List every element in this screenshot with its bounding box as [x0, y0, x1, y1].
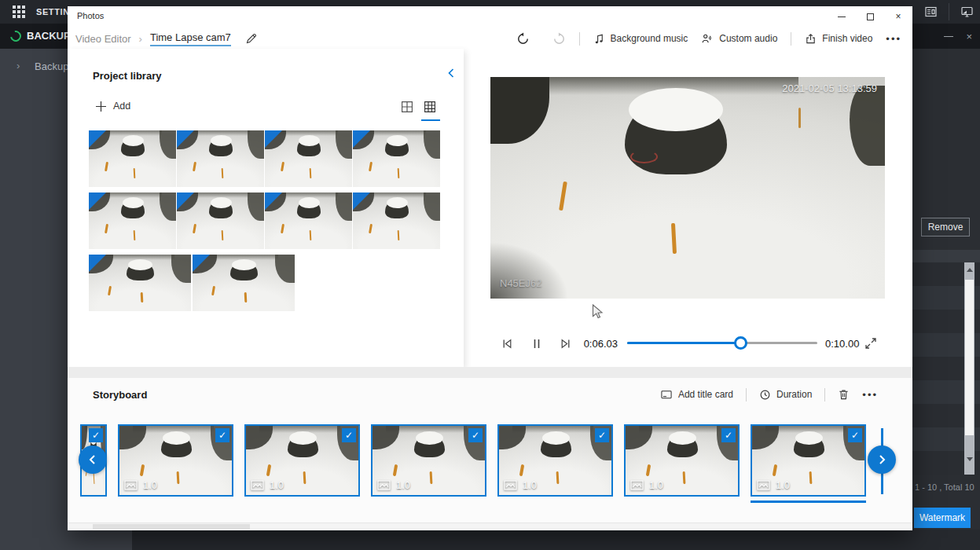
- watermark-button[interactable]: Watermark: [914, 508, 971, 528]
- collapse-panel-button[interactable]: [446, 68, 456, 79]
- add-icon: [96, 101, 106, 112]
- pole: [798, 108, 802, 127]
- breadcrumb-parent[interactable]: Video Editor: [75, 33, 131, 45]
- library-thumbnail[interactable]: [89, 130, 176, 187]
- selected-check-icon[interactable]: [215, 428, 229, 442]
- more-options-button[interactable]: •••: [886, 33, 901, 45]
- clip-duration-label: 1.0: [143, 479, 157, 491]
- added-fold-icon: [353, 130, 370, 148]
- added-fold-icon: [177, 192, 194, 210]
- expand-icon[interactable]: [864, 337, 877, 350]
- bush-shadow: [850, 86, 885, 166]
- seek-bar[interactable]: [627, 342, 817, 344]
- chevron-right-icon: [876, 454, 887, 465]
- storyboard-clip[interactable]: 1.0: [751, 424, 866, 497]
- selected-check-icon[interactable]: [342, 428, 356, 442]
- storyboard-clip[interactable]: 1.0: [371, 424, 486, 497]
- apps-grid-icon[interactable]: [13, 6, 25, 18]
- add-title-card-label: Add title card: [678, 389, 733, 400]
- added-fold-icon: [353, 192, 370, 210]
- clip-duration-badge: 1.0: [504, 479, 537, 491]
- display-icon[interactable]: [960, 6, 974, 18]
- library-thumbnail[interactable]: [177, 130, 264, 187]
- panel-close-icon[interactable]: ×: [966, 31, 972, 42]
- selected-check-icon[interactable]: [468, 428, 483, 442]
- library-thumbnail[interactable]: [177, 192, 264, 249]
- remove-button[interactable]: Remove: [921, 218, 970, 236]
- add-label: Add: [113, 101, 130, 112]
- image-icon: [757, 480, 770, 490]
- edit-pencil-icon[interactable]: [245, 32, 258, 45]
- close-button[interactable]: ×: [884, 6, 912, 27]
- previous-frame-button[interactable]: [500, 337, 514, 350]
- custom-audio-button[interactable]: Custom audio: [701, 33, 777, 45]
- window-title: Photos: [77, 11, 104, 20]
- window-controls: ×: [828, 6, 912, 27]
- finish-video-button[interactable]: Finish video: [805, 33, 872, 45]
- library-thumbnail[interactable]: [193, 255, 295, 311]
- selected-check-icon[interactable]: [595, 428, 609, 442]
- active-view-indicator: [421, 119, 440, 121]
- library-thumbnail[interactable]: [265, 192, 352, 249]
- scroll-up-icon[interactable]: [964, 262, 974, 278]
- add-title-card-button[interactable]: Add title card: [660, 389, 733, 401]
- storyboard-more-button[interactable]: •••: [862, 389, 878, 401]
- library-thumbnail[interactable]: [353, 192, 440, 249]
- queue-icon[interactable]: [924, 6, 938, 18]
- tree-shadow: [490, 77, 549, 144]
- hscrollbar-thumb[interactable]: [93, 524, 250, 530]
- video-preview[interactable]: 2021-02-05 13:13:59 N45EJ62: [490, 77, 885, 299]
- selected-check-icon[interactable]: [848, 428, 862, 442]
- scroll-left-button[interactable]: [79, 446, 107, 474]
- clip-duration-badge: 1.0: [630, 479, 663, 491]
- next-frame-button[interactable]: [558, 337, 572, 350]
- duration-label: Duration: [776, 389, 812, 400]
- minimize-button[interactable]: [828, 6, 856, 27]
- image-icon: [504, 480, 517, 490]
- maximize-button[interactable]: [856, 6, 884, 27]
- storyboard-clip[interactable]: 1.0: [497, 424, 613, 497]
- storyboard-clip[interactable]: 1.0: [244, 424, 360, 497]
- scrollbar-thumb[interactable]: [965, 280, 974, 435]
- scroll-down-icon[interactable]: [964, 451, 974, 467]
- vertical-scrollbar[interactable]: [964, 262, 974, 475]
- undo-button[interactable]: [516, 32, 530, 46]
- image-icon: [124, 480, 138, 490]
- grid-3x3-view-button[interactable]: [424, 101, 436, 113]
- library-thumbnail[interactable]: [353, 130, 440, 187]
- clip-duration-badge: 1.0: [124, 479, 157, 491]
- scroll-right-button[interactable]: [868, 446, 896, 474]
- added-fold-icon: [177, 130, 194, 148]
- title-card-icon: [660, 389, 673, 401]
- sidebar-item-backup[interactable]: › Backup: [0, 57, 68, 77]
- grid-2x2-view-button[interactable]: [401, 101, 413, 113]
- image-icon: [377, 480, 391, 490]
- redo-button[interactable]: [552, 32, 566, 46]
- person-audio-icon: [701, 33, 714, 45]
- delete-clip-button[interactable]: [838, 388, 850, 401]
- project-library-title: Project library: [93, 70, 161, 82]
- library-thumbnail[interactable]: [89, 192, 176, 249]
- storyboard-clip[interactable]: 1.0: [624, 424, 740, 497]
- background-music-button[interactable]: Background music: [593, 33, 688, 45]
- cursor-icon: [592, 304, 604, 320]
- library-thumbnail[interactable]: [89, 255, 191, 311]
- duration-button[interactable]: Duration: [759, 389, 812, 401]
- pole: [560, 181, 568, 210]
- added-fold-icon: [89, 255, 106, 272]
- pause-button[interactable]: [530, 337, 544, 350]
- add-media-button[interactable]: Add: [96, 101, 130, 112]
- pole: [671, 223, 677, 255]
- selected-check-icon[interactable]: [89, 428, 103, 442]
- library-thumbnail[interactable]: [265, 130, 352, 187]
- storyboard-clip[interactable]: 1.0: [118, 424, 233, 497]
- seek-handle[interactable]: [734, 336, 747, 350]
- selected-check-icon[interactable]: [721, 428, 736, 442]
- panel-minimize-icon[interactable]: [944, 36, 953, 37]
- minimize-icon: [838, 16, 846, 17]
- horizontal-scrollbar[interactable]: [68, 522, 912, 530]
- editor-toolbar: Background music Custom audio Finish vid…: [516, 27, 901, 50]
- image-icon: [630, 480, 644, 490]
- project-name[interactable]: Time Lapse cam7: [150, 31, 231, 46]
- backup-app-bottom-bar: [132, 530, 980, 550]
